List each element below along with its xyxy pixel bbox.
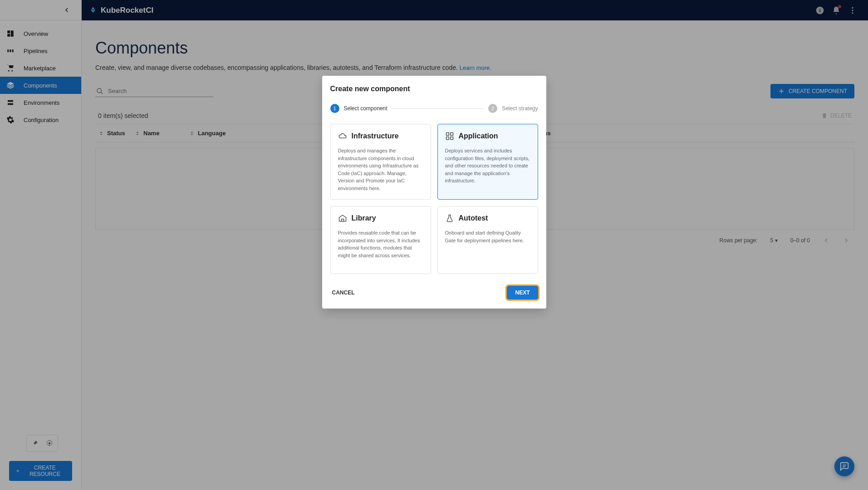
svg-rect-22 [446, 133, 449, 136]
stepper: 1 Select component 2 Select strategy [330, 104, 538, 113]
svg-rect-26 [341, 219, 343, 221]
card-application[interactable]: Application Deploys services and include… [437, 124, 538, 200]
cancel-button[interactable]: CANCEL [330, 286, 357, 299]
card-library[interactable]: Library Provides reusable code that can … [330, 206, 431, 274]
step-2: 2 Select strategy [488, 104, 538, 113]
card-title: Infrastructure [352, 132, 399, 140]
card-desc: Deploys services and includes configurat… [445, 147, 530, 185]
step-1: 1 Select component [330, 104, 387, 113]
create-component-modal: Create new component 1 Select component … [322, 76, 546, 309]
card-title: Library [352, 214, 376, 222]
flask-icon [445, 214, 454, 223]
library-icon [338, 214, 347, 223]
modal-title: Create new component [330, 85, 538, 93]
svg-rect-23 [450, 133, 453, 136]
card-title: Autotest [459, 214, 488, 222]
cloud-icon [338, 132, 347, 141]
card-desc: Onboard and start defining Quality Gate … [445, 229, 530, 244]
grid-icon [445, 132, 454, 141]
card-desc: Provides reusable code that can be incor… [338, 229, 423, 259]
svg-rect-25 [450, 137, 453, 140]
svg-rect-24 [446, 137, 449, 140]
card-autotest[interactable]: Autotest Onboard and start defining Qual… [437, 206, 538, 274]
next-button[interactable]: NEXT [507, 286, 538, 299]
card-desc: Deploys and manages the infrastructure c… [338, 147, 423, 192]
card-infrastructure[interactable]: Infrastructure Deploys and manages the i… [330, 124, 431, 200]
modal-overlay[interactable]: Create new component 1 Select component … [0, 0, 868, 490]
card-title: Application [459, 132, 498, 140]
